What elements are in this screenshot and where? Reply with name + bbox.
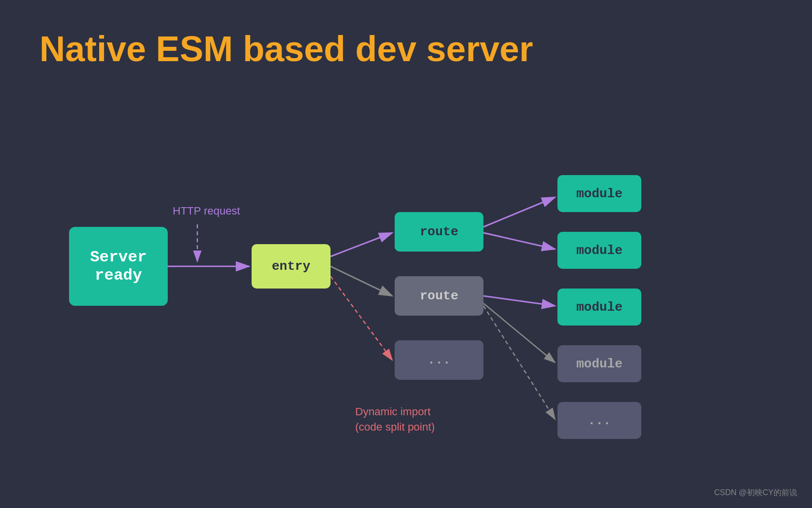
server-ready-label: Server ready <box>90 248 147 285</box>
server-ready-box: Server ready <box>69 227 168 306</box>
route1-box: route <box>395 212 483 252</box>
module3-label: module <box>576 300 623 315</box>
dots2-label: ... <box>588 413 611 428</box>
dots1-label: ... <box>428 353 451 367</box>
entry-label: entry <box>272 259 310 274</box>
route2-label: route <box>420 289 458 303</box>
dynamic-import-label: Dynamic import (code split point) <box>355 404 435 435</box>
svg-line-8 <box>483 197 555 227</box>
module2-box: module <box>557 232 641 269</box>
svg-line-9 <box>483 233 555 249</box>
svg-line-5 <box>331 233 392 256</box>
slide-title: Native ESM based dev server <box>39 30 773 69</box>
svg-line-6 <box>331 266 392 296</box>
dynamic-import-line2: (code split point) <box>355 421 435 433</box>
svg-line-11 <box>483 303 555 363</box>
module2-label: module <box>576 243 623 258</box>
svg-line-7 <box>331 276 392 360</box>
route2-box: route <box>395 276 483 316</box>
watermark: CSDN @初映CY的前说 <box>714 488 797 498</box>
route1-label: route <box>420 224 458 239</box>
slide: Native ESM based dev server <box>0 0 812 508</box>
module1-box: module <box>557 175 641 212</box>
module4-label: module <box>576 357 623 371</box>
module4-box: module <box>557 345 641 382</box>
dynamic-import-line1: Dynamic import <box>355 405 431 418</box>
module3-box: module <box>557 289 641 326</box>
dots1-box: ... <box>395 340 483 380</box>
dots2-box: ... <box>557 402 641 439</box>
entry-box: entry <box>252 244 331 289</box>
diagram-area: Server ready entry route route ... modul… <box>39 99 770 454</box>
http-request-label: HTTP request <box>173 205 240 218</box>
svg-line-12 <box>483 306 555 419</box>
svg-line-10 <box>483 296 555 306</box>
module1-label: module <box>576 186 623 201</box>
